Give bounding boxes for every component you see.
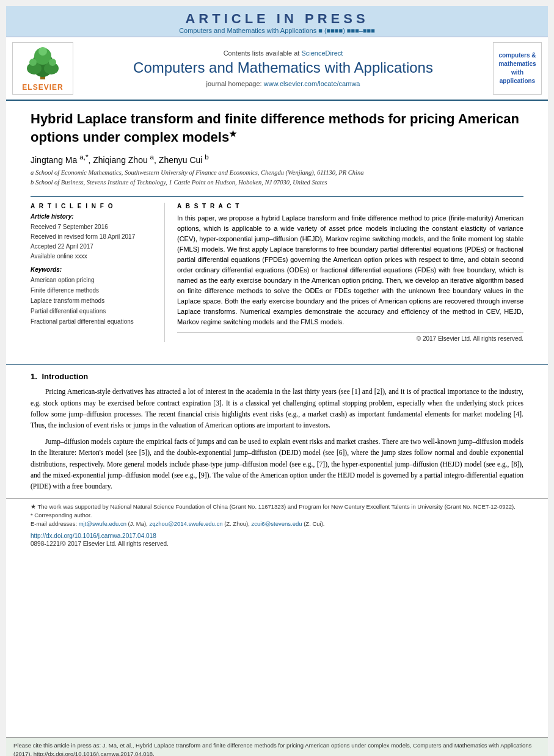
email-label: E-mail addresses:: [31, 520, 77, 527]
doi-area: http://dx.doi.org/10.1016/j.camwa.2017.0…: [6, 528, 548, 550]
email2-link[interactable]: zqzhou@2014.swufe.edu.cn: [149, 520, 222, 527]
journal-title: Computers and Mathematics with Applicati…: [133, 59, 433, 76]
email3-name: (Z. Cui).: [304, 520, 324, 527]
elsevier-logo: ELSEVIER: [12, 42, 73, 95]
keyword-5: Fractional partial differential equation…: [31, 316, 156, 327]
affil-b: b School of Business, Stevens Institute …: [31, 178, 523, 187]
section-divider: [6, 364, 548, 365]
email3-link[interactable]: zcui6@stevens.edu: [251, 520, 302, 527]
section-label: Introduction: [42, 372, 88, 381]
email1-name: (J. Ma),: [128, 520, 148, 527]
authors: Jingtang Ma a,*, Zhiqiang Zhou a, Zhenyu…: [31, 153, 523, 165]
title-star: ★: [229, 129, 237, 139]
corresp-footnote: * Corresponding author.: [31, 511, 523, 520]
article-title: Hybrid Laplace transform and finite diff…: [31, 111, 523, 147]
doi-link[interactable]: http://dx.doi.org/10.1016/j.camwa.2017.0…: [31, 532, 156, 539]
article-info-heading: A R T I C L E I N F O: [31, 203, 156, 209]
star-footnote: ★ The work was supported by National Nat…: [31, 503, 523, 511]
elsevier-text: ELSEVIER: [22, 83, 63, 92]
author-b-sup: b: [205, 153, 208, 161]
author-a2-sup: a: [150, 153, 154, 161]
accepted-date: Accepted 22 April 2017: [31, 242, 156, 252]
star-symbol: ★: [31, 503, 37, 510]
introduction-section: 1. Introduction Pricing American-style d…: [6, 372, 548, 492]
journal-header: ELSEVIER Contents lists available at Sci…: [6, 37, 548, 101]
svg-point-5: [29, 59, 37, 66]
svg-point-7: [38, 47, 47, 56]
journal-link-top[interactable]: Computers and Mathematics with Applicati…: [179, 27, 375, 34]
keywords-label: Keywords:: [31, 266, 156, 273]
keyword-4: Partial differential equations: [31, 306, 156, 316]
author-a-sup: a,*: [79, 153, 88, 161]
keyword-2: Finite difference methods: [31, 285, 156, 296]
abstract-col: A B S T R A C T In this paper, we propos…: [177, 203, 523, 343]
page: ARTICLE IN PRESS Computers and Mathemati…: [6, 6, 548, 756]
homepage-line: journal homepage: www.elsevier.com/locat…: [206, 80, 360, 87]
issn-line: 0898-1221/© 2017 Elsevier Ltd. All right…: [31, 540, 523, 547]
aip-title: ARTICLE IN PRESS: [6, 11, 548, 27]
abstract-text: In this paper, we propose a hybrid Lapla…: [177, 213, 523, 328]
keyword-1: American option pricing: [31, 275, 156, 285]
revised-date: Received in revised form 18 April 2017: [31, 232, 156, 242]
section-number: 1.: [31, 372, 37, 381]
intro-para1: Pricing American-style derivatives has a…: [31, 386, 523, 431]
citation-bar: Please cite this article in press as: J.…: [6, 737, 548, 757]
footnote-area: ★ The work was supported by National Nat…: [6, 498, 548, 529]
intro-title: 1. Introduction: [31, 372, 523, 381]
received-date: Received 7 September 2016: [31, 222, 156, 232]
article-info-col: A R T I C L E I N F O Article history: R…: [31, 203, 165, 343]
copyright: © 2017 Elsevier Ltd. All rights reserved…: [177, 332, 523, 342]
svg-point-6: [49, 59, 56, 66]
journal-info: Contents lists available at ScienceDirec…: [78, 42, 488, 95]
tree-icon: [21, 45, 65, 82]
email1-link[interactable]: mjt@swufe.edu.cn: [79, 520, 126, 527]
article-info-abstract: A R T I C L E I N F O Article history: R…: [31, 196, 523, 343]
email-footnote: E-mail addresses: mjt@swufe.edu.cn (J. M…: [31, 520, 523, 528]
main-content: Hybrid Laplace transform and finite diff…: [6, 101, 548, 357]
keyword-3: Laplace transform methods: [31, 296, 156, 306]
available-date: Available online xxxx: [31, 252, 156, 261]
abstract-heading: A B S T R A C T: [177, 203, 523, 209]
citation-text: Please cite this article in press as: J.…: [13, 742, 531, 757]
journal-logo-box: computers &mathematicswith applications: [493, 42, 542, 95]
contents-line: Contents lists available at ScienceDirec…: [224, 49, 343, 57]
aip-subtitle: Computers and Mathematics with Applicati…: [6, 27, 548, 34]
aip-banner: ARTICLE IN PRESS Computers and Mathemati…: [6, 6, 548, 37]
sciencedirect-link[interactable]: ScienceDirect: [301, 49, 343, 57]
homepage-link[interactable]: www.elsevier.com/locate/camwa: [264, 80, 360, 87]
intro-para2: Jump–diffusion models capture the empiri…: [31, 436, 523, 492]
history-label: Article history:: [31, 213, 156, 220]
affiliations: a School of Economic Mathematics, Southw…: [31, 168, 523, 187]
email2-name: (Z. Zhou),: [224, 520, 250, 527]
affil-a: a School of Economic Mathematics, Southw…: [31, 168, 523, 178]
keywords-list: American option pricing Finite differenc…: [31, 275, 156, 327]
mini-logo-text: computers &mathematicswith applications: [496, 51, 539, 85]
